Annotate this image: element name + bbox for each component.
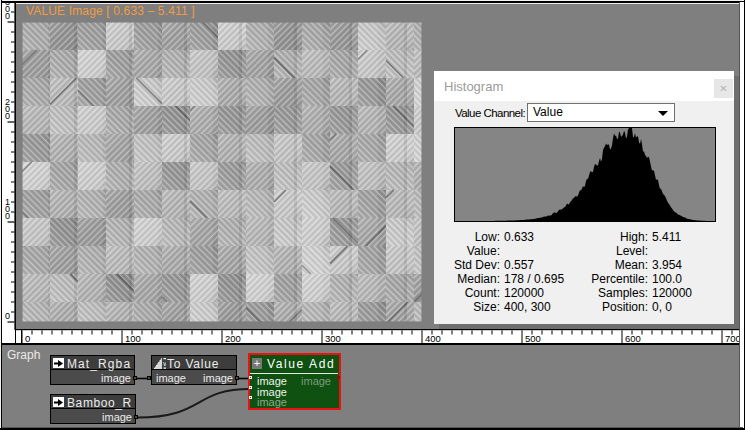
svg-text:500: 500 [525,333,541,344]
svg-text:300: 300 [325,333,341,344]
svg-text:0: 0 [5,211,10,221]
svg-text:0: 0 [25,333,30,344]
svg-text:400: 400 [425,333,441,344]
svg-text:200: 200 [225,333,241,344]
svg-text:600: 600 [625,333,641,344]
svg-text:0: 0 [5,11,10,21]
svg-text:100: 100 [125,333,141,344]
svg-text:0: 0 [5,111,10,121]
svg-text:v: v [163,360,166,367]
svg-text:0: 0 [5,311,10,321]
